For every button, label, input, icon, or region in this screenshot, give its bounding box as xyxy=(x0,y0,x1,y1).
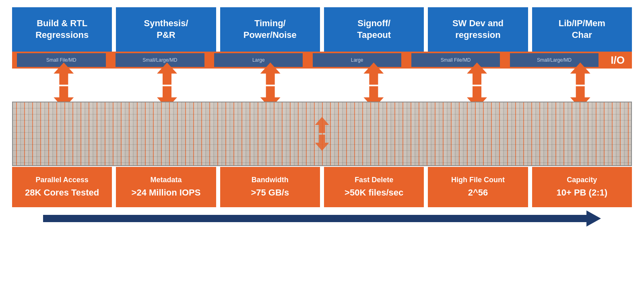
arrows-section xyxy=(12,69,632,102)
io-segment-4: Large xyxy=(308,52,407,69)
main-container: Build & RTLRegressions Synthesis/P&R Tim… xyxy=(0,0,644,283)
io-segment-text-6: Small/Large/MD xyxy=(510,53,599,67)
io-segment-text-3: Large xyxy=(214,53,303,67)
io-segment-3: Large xyxy=(209,52,308,69)
storage-arrow-up xyxy=(315,117,329,133)
scale-row-wrapper: Scale from 7 to 150 Blades xyxy=(12,210,632,227)
scale-arrow-line: Scale from 7 to 150 Blades xyxy=(43,215,586,222)
scale-arrow-container: Scale from 7 to 150 Blades xyxy=(43,210,601,227)
box-bandwidth-value: >75 GB/s xyxy=(251,187,289,199)
box-capacity-title: Capacity xyxy=(567,175,597,185)
bottom-section: Parallel Access 28K Cores Tested Metadat… xyxy=(12,167,632,207)
box-capacity: Capacity 10+ PB (2:1) xyxy=(532,167,632,207)
box-metadata-value: >24 Million IOPS xyxy=(132,187,201,199)
io-label: I/O xyxy=(603,52,632,69)
storage-arrow-down xyxy=(315,135,329,151)
io-segment-text-2: Small/Large/MD xyxy=(116,53,204,67)
arrow-col-3 xyxy=(219,69,322,102)
box-metadata: Metadata >24 Million IOPS xyxy=(116,167,216,207)
box-sw-dev: SW Dev andregression xyxy=(428,7,528,52)
io-segment-text-4: Large xyxy=(313,53,401,67)
box-fast-delete-title: Fast Delete xyxy=(355,175,393,185)
box-fast-delete: Fast Delete >50K files/sec xyxy=(324,167,424,207)
box-lib-ip: Lib/IP/MemChar xyxy=(532,7,632,52)
io-bar-inner: Small File/MD Small/Large/MD Large Large… xyxy=(12,52,603,69)
box-synthesis: Synthesis/P&R xyxy=(116,7,216,52)
box-high-file: High File Count 2^56 xyxy=(428,167,528,207)
box-parallel-value: 28K Cores Tested xyxy=(25,187,99,199)
scale-arrow-head xyxy=(586,210,601,227)
box-timing: Timing/Power/Noise xyxy=(220,7,320,52)
io-segment-text-5: Small File/MD xyxy=(411,53,500,67)
box-signoff: Signoff/Tapeout xyxy=(324,7,424,52)
box-bandwidth-title: Bandwidth xyxy=(252,175,289,185)
io-bar-row: Small File/MD Small/Large/MD Large Large… xyxy=(12,52,632,69)
arrow-col-1 xyxy=(12,69,116,102)
top-section: Build & RTLRegressions Synthesis/P&R Tim… xyxy=(12,7,632,52)
scale-row: Scale from 7 to 150 Blades xyxy=(12,210,632,227)
io-segment-2: Small/Large/MD xyxy=(111,52,209,69)
storage-center-arrows xyxy=(315,117,329,151)
box-build-rtl: Build & RTLRegressions xyxy=(12,7,112,52)
arrow-col-4 xyxy=(322,69,425,102)
io-segment-5: Small File/MD xyxy=(407,52,505,69)
storage-array xyxy=(12,102,632,166)
box-bandwidth: Bandwidth >75 GB/s xyxy=(220,167,320,207)
box-fast-delete-value: >50K files/sec xyxy=(345,187,403,199)
scale-text: Scale from 7 to 150 Blades xyxy=(259,213,371,224)
box-metadata-title: Metadata xyxy=(150,175,182,185)
arrow-col-2 xyxy=(116,69,219,102)
box-high-file-value: 2^56 xyxy=(468,187,488,199)
box-high-file-title: High File Count xyxy=(451,175,505,185)
box-parallel-title: Parallel Access xyxy=(35,175,88,185)
io-segment-6: Small/Large/MD xyxy=(505,52,603,69)
box-parallel: Parallel Access 28K Cores Tested xyxy=(12,167,112,207)
arrow-col-5 xyxy=(425,69,529,102)
io-segment-text-1: Small File/MD xyxy=(17,53,105,67)
box-capacity-value: 10+ PB (2:1) xyxy=(557,187,608,199)
arrow-col-6 xyxy=(528,69,632,102)
